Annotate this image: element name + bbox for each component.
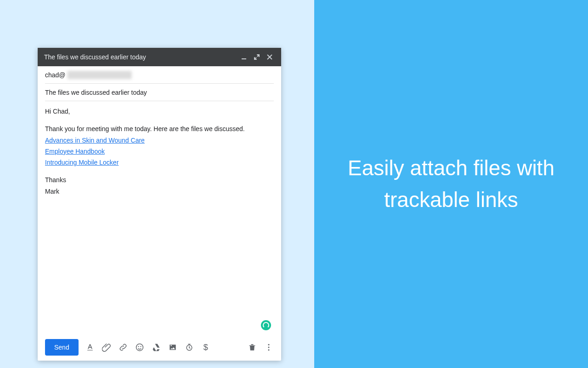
recipients-field[interactable]: chad@ [45,66,274,84]
trash-icon[interactable] [247,342,257,352]
subject-text: The files we discussed earlier today [45,89,147,96]
confidential-icon[interactable] [184,342,194,352]
minimize-icon[interactable] [239,52,249,62]
body-signoff: Thanks [45,175,274,184]
money-icon[interactable]: $ [201,342,211,352]
image-icon[interactable] [168,342,178,352]
attachment-link[interactable]: Advances in Skin and Wound Care [45,137,145,144]
fullscreen-icon[interactable] [252,52,262,62]
compose-titlebar: The files we discussed earlier today [38,48,281,66]
recipient-chip-text: chad@ [45,71,66,79]
body-greeting: Hi Chad, [45,107,274,116]
svg-point-7 [141,346,141,347]
send-button[interactable]: Send [45,339,79,356]
grammarly-icon[interactable] [261,320,271,330]
left-panel: The files we discussed earlier today cha… [0,0,314,368]
promo-panel: Easily attach files with trackable links [314,0,588,368]
close-icon[interactable] [265,52,275,62]
compose-title: The files we discussed earlier today [44,53,236,61]
svg-point-6 [138,346,139,347]
svg-point-9 [268,344,270,345]
svg-point-5 [136,344,143,351]
body-intro: Thank you for meeting with me today. Her… [45,124,274,133]
subject-field[interactable]: The files we discussed earlier today [45,84,274,101]
compose-fields: chad@ The files we discussed earlier tod… [38,66,281,101]
link-icon[interactable] [118,342,128,352]
svg-point-10 [268,347,270,348]
compose-toolbar: Send $ [38,334,281,361]
compose-window: The files we discussed earlier today cha… [38,48,281,361]
svg-point-11 [268,349,270,351]
attachment-link[interactable]: Employee Handbook [45,148,105,155]
text-format-icon[interactable] [85,342,95,352]
promo-headline: Easily attach files with trackable links [333,152,570,216]
drive-icon[interactable] [151,342,161,352]
redacted-domain [68,71,132,79]
attach-icon[interactable] [102,342,112,352]
emoji-icon[interactable] [135,342,145,352]
body-sender: Mark [45,187,274,196]
attachment-link[interactable]: Introducing Mobile Locker [45,159,119,166]
more-icon[interactable] [264,342,274,352]
compose-body[interactable]: Hi Chad, Thank you for meeting with me t… [38,101,281,334]
